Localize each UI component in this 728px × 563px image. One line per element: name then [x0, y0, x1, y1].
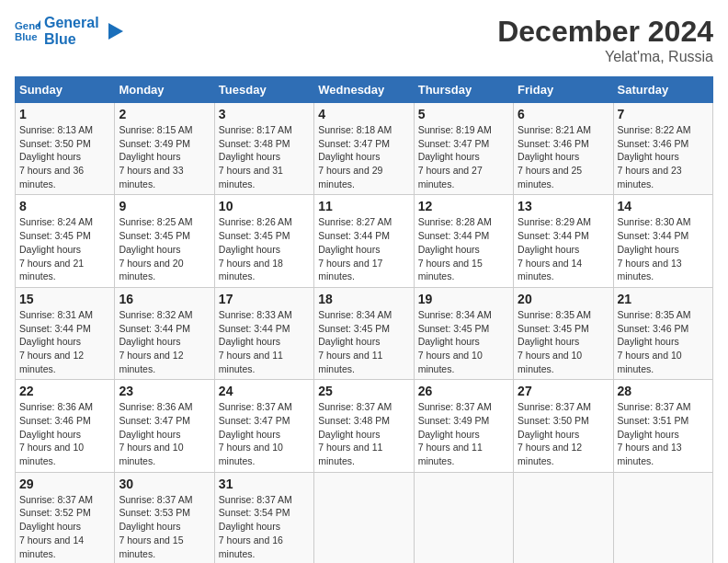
- day-info: Sunrise: 8:37 AMSunset: 3:53 PMDaylight …: [119, 493, 210, 560]
- logo: General Blue General Blue: [15, 15, 123, 47]
- day-info: Sunrise: 8:21 AMSunset: 3:46 PMDaylight …: [518, 123, 609, 190]
- header-wednesday: Wednesday: [314, 77, 414, 103]
- calendar-cell: 17Sunrise: 8:33 AMSunset: 3:44 PMDayligh…: [214, 287, 313, 379]
- day-info: Sunrise: 8:18 AMSunset: 3:47 PMDaylight …: [318, 123, 409, 190]
- calendar-cell: 12Sunrise: 8:28 AMSunset: 3:44 PMDayligh…: [414, 195, 513, 287]
- calendar-cell: 6Sunrise: 8:21 AMSunset: 3:46 PMDaylight…: [514, 103, 613, 195]
- day-number: 8: [19, 199, 110, 213]
- calendar-cell: [613, 472, 712, 563]
- day-info: Sunrise: 8:36 AMSunset: 3:47 PMDaylight …: [119, 400, 210, 467]
- calendar-cell: [314, 472, 414, 563]
- calendar-cell: 7Sunrise: 8:22 AMSunset: 3:46 PMDaylight…: [613, 103, 712, 195]
- calendar-cell: 2Sunrise: 8:15 AMSunset: 3:49 PMDaylight…: [115, 103, 214, 195]
- day-number: 18: [318, 292, 409, 306]
- calendar-week-4: 22Sunrise: 8:36 AMSunset: 3:46 PMDayligh…: [16, 380, 713, 472]
- day-number: 27: [518, 384, 609, 398]
- day-number: 10: [219, 199, 310, 213]
- day-number: 22: [19, 384, 110, 398]
- calendar-cell: 21Sunrise: 8:35 AMSunset: 3:46 PMDayligh…: [613, 287, 712, 379]
- day-info: Sunrise: 8:37 AMSunset: 3:47 PMDaylight …: [219, 400, 310, 467]
- day-number: 11: [318, 199, 409, 213]
- logo-arrow-icon: [103, 21, 123, 41]
- calendar-cell: 8Sunrise: 8:24 AMSunset: 3:45 PMDaylight…: [16, 195, 115, 287]
- calendar-cell: 10Sunrise: 8:26 AMSunset: 3:45 PMDayligh…: [214, 195, 313, 287]
- day-info: Sunrise: 8:37 AMSunset: 3:52 PMDaylight …: [19, 493, 110, 560]
- day-number: 7: [618, 107, 709, 121]
- day-number: 25: [318, 384, 409, 398]
- day-number: 23: [119, 384, 210, 398]
- day-number: 29: [19, 477, 110, 491]
- day-number: 2: [119, 107, 210, 121]
- month-title: December 2024: [497, 15, 713, 49]
- day-number: 6: [518, 107, 609, 121]
- day-number: 30: [119, 477, 210, 491]
- day-number: 24: [219, 384, 310, 398]
- day-info: Sunrise: 8:28 AMSunset: 3:44 PMDaylight …: [418, 215, 509, 282]
- calendar-cell: 24Sunrise: 8:37 AMSunset: 3:47 PMDayligh…: [214, 380, 313, 472]
- calendar-cell: 14Sunrise: 8:30 AMSunset: 3:44 PMDayligh…: [613, 195, 712, 287]
- day-info: Sunrise: 8:13 AMSunset: 3:50 PMDaylight …: [19, 123, 110, 190]
- day-info: Sunrise: 8:15 AMSunset: 3:49 PMDaylight …: [119, 123, 210, 190]
- day-number: 9: [119, 199, 210, 213]
- calendar-cell: 1Sunrise: 8:13 AMSunset: 3:50 PMDaylight…: [16, 103, 115, 195]
- calendar-cell: 22Sunrise: 8:36 AMSunset: 3:46 PMDayligh…: [16, 380, 115, 472]
- day-info: Sunrise: 8:29 AMSunset: 3:44 PMDaylight …: [518, 215, 609, 282]
- calendar-cell: 28Sunrise: 8:37 AMSunset: 3:51 PMDayligh…: [613, 380, 712, 472]
- day-info: Sunrise: 8:32 AMSunset: 3:44 PMDaylight …: [119, 308, 210, 375]
- calendar-cell: 30Sunrise: 8:37 AMSunset: 3:53 PMDayligh…: [115, 472, 214, 563]
- header-monday: Monday: [115, 77, 214, 103]
- calendar-cell: 29Sunrise: 8:37 AMSunset: 3:52 PMDayligh…: [16, 472, 115, 563]
- day-info: Sunrise: 8:35 AMSunset: 3:46 PMDaylight …: [618, 308, 709, 375]
- day-number: 5: [418, 107, 509, 121]
- day-info: Sunrise: 8:33 AMSunset: 3:44 PMDaylight …: [219, 308, 310, 375]
- calendar-cell: 3Sunrise: 8:17 AMSunset: 3:48 PMDaylight…: [214, 103, 313, 195]
- day-info: Sunrise: 8:27 AMSunset: 3:44 PMDaylight …: [318, 215, 409, 282]
- day-number: 3: [219, 107, 310, 121]
- calendar-cell: 23Sunrise: 8:36 AMSunset: 3:47 PMDayligh…: [115, 380, 214, 472]
- day-info: Sunrise: 8:34 AMSunset: 3:45 PMDaylight …: [418, 308, 509, 375]
- day-number: 14: [618, 199, 709, 213]
- day-number: 17: [219, 292, 310, 306]
- day-info: Sunrise: 8:31 AMSunset: 3:44 PMDaylight …: [19, 308, 110, 375]
- calendar-cell: 20Sunrise: 8:35 AMSunset: 3:45 PMDayligh…: [514, 287, 613, 379]
- day-info: Sunrise: 8:37 AMSunset: 3:48 PMDaylight …: [318, 400, 409, 467]
- calendar-week-5: 29Sunrise: 8:37 AMSunset: 3:52 PMDayligh…: [16, 472, 713, 563]
- day-number: 19: [418, 292, 509, 306]
- calendar-header-row: SundayMondayTuesdayWednesdayThursdayFrid…: [16, 77, 713, 103]
- calendar-cell: 9Sunrise: 8:25 AMSunset: 3:45 PMDaylight…: [115, 195, 214, 287]
- logo-blue: Blue: [44, 31, 99, 48]
- page-header: General Blue General Blue December 2024 …: [15, 15, 713, 65]
- day-info: Sunrise: 8:37 AMSunset: 3:51 PMDaylight …: [618, 400, 709, 467]
- logo-icon: General Blue: [15, 18, 40, 44]
- header-friday: Friday: [514, 77, 613, 103]
- calendar-cell: 18Sunrise: 8:34 AMSunset: 3:45 PMDayligh…: [314, 287, 414, 379]
- calendar-cell: [414, 472, 513, 563]
- calendar-cell: 25Sunrise: 8:37 AMSunset: 3:48 PMDayligh…: [314, 380, 414, 472]
- day-info: Sunrise: 8:34 AMSunset: 3:45 PMDaylight …: [318, 308, 409, 375]
- day-info: Sunrise: 8:17 AMSunset: 3:48 PMDaylight …: [219, 123, 310, 190]
- svg-text:Blue: Blue: [15, 30, 38, 41]
- day-number: 12: [418, 199, 509, 213]
- svg-text:General: General: [15, 20, 40, 31]
- calendar-cell: 5Sunrise: 8:19 AMSunset: 3:47 PMDaylight…: [414, 103, 513, 195]
- header-tuesday: Tuesday: [214, 77, 313, 103]
- day-number: 26: [418, 384, 509, 398]
- calendar-cell: 31Sunrise: 8:37 AMSunset: 3:54 PMDayligh…: [214, 472, 313, 563]
- day-number: 15: [19, 292, 110, 306]
- header-thursday: Thursday: [414, 77, 513, 103]
- calendar-week-2: 8Sunrise: 8:24 AMSunset: 3:45 PMDaylight…: [16, 195, 713, 287]
- day-info: Sunrise: 8:25 AMSunset: 3:45 PMDaylight …: [119, 215, 210, 282]
- calendar-cell: 13Sunrise: 8:29 AMSunset: 3:44 PMDayligh…: [514, 195, 613, 287]
- day-info: Sunrise: 8:37 AMSunset: 3:50 PMDaylight …: [518, 400, 609, 467]
- day-number: 13: [518, 199, 609, 213]
- day-number: 16: [119, 292, 210, 306]
- calendar-table: SundayMondayTuesdayWednesdayThursdayFrid…: [15, 76, 713, 563]
- day-info: Sunrise: 8:36 AMSunset: 3:46 PMDaylight …: [19, 400, 110, 467]
- day-info: Sunrise: 8:35 AMSunset: 3:45 PMDaylight …: [518, 308, 609, 375]
- day-number: 31: [219, 477, 310, 491]
- day-number: 21: [618, 292, 709, 306]
- calendar-cell: 4Sunrise: 8:18 AMSunset: 3:47 PMDaylight…: [314, 103, 414, 195]
- calendar-week-1: 1Sunrise: 8:13 AMSunset: 3:50 PMDaylight…: [16, 103, 713, 195]
- header-sunday: Sunday: [16, 77, 115, 103]
- day-info: Sunrise: 8:37 AMSunset: 3:54 PMDaylight …: [219, 493, 310, 560]
